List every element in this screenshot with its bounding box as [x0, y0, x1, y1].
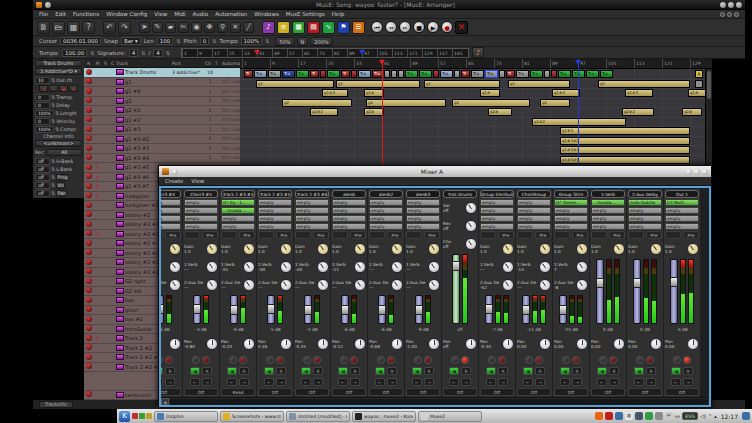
panic-button[interactable]: ✕ — [455, 21, 468, 34]
fader-handle[interactable] — [485, 304, 493, 314]
input-routing-button[interactable]: ← — [338, 378, 348, 386]
playhead-marker[interactable] — [254, 50, 260, 55]
arranger-part[interactable]: g1#3#2 — [560, 137, 690, 145]
arranger-part[interactable]: g2 — [540, 99, 570, 107]
new-file-icon[interactable]: 🗎 — [37, 21, 50, 34]
arranger-part[interactable] — [544, 70, 550, 78]
ti-transp-spinner[interactable]: ⇅ — [51, 95, 55, 99]
gain-knob[interactable] — [391, 243, 403, 255]
snap-select[interactable]: Bar ▾ — [121, 37, 141, 45]
ctl-hbank-value[interactable]: off — [35, 158, 50, 165]
pre-button[interactable]: Pre — [572, 231, 588, 239]
output-routing-button[interactable]: → — [239, 378, 249, 386]
notifier-icon[interactable] — [655, 412, 663, 420]
record-arm-button[interactable] — [84, 221, 93, 228]
send-knob[interactable] — [576, 279, 588, 291]
pan-knob[interactable] — [317, 338, 329, 350]
record-enable-button[interactable]: R — [165, 367, 175, 375]
pre-indicator[interactable] — [184, 231, 200, 239]
record-button[interactable]: ● — [441, 21, 453, 33]
arranger-part[interactable]: g1#4 — [552, 89, 580, 97]
track-channel[interactable]: 1 — [205, 98, 215, 103]
tempo-value[interactable]: 100.00 — [62, 49, 87, 57]
task-chrome[interactable]: Screenshots - www.mu... — [220, 411, 284, 422]
speaker-button[interactable]: ◀ — [449, 367, 459, 375]
pager-dot[interactable] — [139, 413, 145, 419]
zoom-200pct-button[interactable]: 200% — [310, 37, 332, 46]
pencil-tool-icon[interactable]: ✎ — [152, 22, 163, 33]
eraser-tool-icon[interactable]: ▰ — [165, 22, 176, 33]
arranger-part[interactable]: Tr — [461, 70, 470, 78]
ctl-vol-label[interactable]: Vol — [56, 182, 65, 189]
record-icon[interactable]: ⊲ — [39, 85, 48, 92]
menu-file[interactable]: File — [39, 11, 48, 17]
fader-handle[interactable] — [670, 277, 678, 287]
strip-name-button[interactable]: Group Strin — [554, 190, 588, 198]
fx-slot[interactable]: empty — [406, 207, 440, 214]
send-knob[interactable] — [206, 279, 218, 291]
loop-range-ruler[interactable]: 1917253341495765738189971051131211291371… — [181, 48, 469, 58]
input-routing-button[interactable]: ← — [412, 378, 422, 386]
fx-slot[interactable]: empty — [369, 207, 403, 214]
strip-name-button[interactable]: Trak Drums — [443, 190, 477, 198]
fx-slot[interactable]: empty — [161, 215, 181, 222]
record-enable-button[interactable]: R — [535, 367, 545, 375]
speaker-button[interactable]: ◀ — [338, 367, 348, 375]
files-icon[interactable] — [615, 412, 623, 420]
task-konsole[interactable]: wayoo : muse2 - Konsole — [352, 411, 416, 422]
arranger-part[interactable]: Tra — [485, 70, 498, 78]
muse-tray-icon[interactable] — [605, 412, 613, 420]
track-row[interactable]: g1 #410(2) visible — [84, 87, 240, 97]
arranger-part[interactable]: Tr — [506, 70, 515, 78]
strip-mute-button[interactable] — [303, 356, 311, 364]
strip-name-button[interactable]: Group ElecGuit — [480, 190, 514, 198]
strip-mute-button[interactable] — [161, 356, 163, 364]
arranger-part[interactable] — [391, 70, 397, 78]
record-enable-button[interactable]: R — [276, 367, 286, 375]
fx-slot[interactable]: empty — [628, 207, 662, 214]
strip-solo-button[interactable] — [461, 356, 469, 364]
automation-mode-button[interactable]: Off — [406, 388, 440, 396]
pianoroll-icon[interactable]: ♪ — [262, 21, 275, 34]
whatsthis-icon[interactable]: ? — [82, 21, 95, 34]
automation-mode-button[interactable]: Off — [258, 388, 292, 396]
fx-slot[interactable]: empty — [591, 207, 625, 214]
fx-slot[interactable]: empty — [591, 223, 625, 230]
fx-slot[interactable]: empty — [184, 223, 218, 230]
arranger-part[interactable]: g1 — [256, 80, 334, 88]
signature-numerator[interactable]: 4 — [129, 49, 139, 57]
arranger-part[interactable]: g1#3#3 — [560, 146, 690, 154]
output-routing-button[interactable]: → — [461, 378, 471, 386]
track-name-button[interactable]: Track Drums — [35, 60, 82, 67]
track-row[interactable]: g1 #3 #410(2) visible — [84, 154, 240, 164]
automation-mode-button[interactable]: Off — [480, 388, 514, 396]
midi-ctrl-knob[interactable] — [465, 202, 477, 214]
pre-indicator[interactable] — [665, 231, 681, 239]
speaker-button[interactable]: ◀ — [671, 367, 681, 375]
strip-name-button[interactable]: Track 2 #3 #4 — [221, 190, 255, 198]
strip-mute-button[interactable] — [414, 356, 422, 364]
arranger-part[interactable]: g2#2 — [622, 108, 654, 116]
gain-knob[interactable] — [354, 243, 366, 255]
battery-indicator[interactable]: 85% — [682, 412, 698, 420]
marker-icon[interactable]: ⚑ — [337, 21, 350, 34]
ctl-lbank-value[interactable]: off — [35, 166, 50, 173]
input-routing-button[interactable]: ← — [560, 378, 570, 386]
zoom-part-button[interactable] — [695, 80, 703, 88]
track-channel[interactable]: 1 — [205, 117, 215, 122]
record-arm-button[interactable] — [84, 287, 93, 294]
volume-fader[interactable] — [670, 259, 678, 324]
pan-knob[interactable] — [502, 338, 514, 350]
arranger-part[interactable]: Tr — [310, 70, 319, 78]
fx-slot[interactable]: empty — [332, 215, 366, 222]
track-channel[interactable]: 1 — [205, 127, 215, 132]
goto-start-button[interactable]: ⏮ — [371, 21, 383, 33]
output-routing-button[interactable]: → — [646, 378, 656, 386]
arranger-part[interactable] — [398, 70, 404, 78]
pre-indicator[interactable] — [554, 231, 570, 239]
record-enable-button[interactable]: R — [683, 367, 693, 375]
strip-name-button[interactable]: alenb3 — [406, 190, 440, 198]
arranger-part[interactable]: Tra — [440, 70, 453, 78]
strip-name-button[interactable]: 2:Aux Delay — [628, 190, 662, 198]
pan-knob[interactable] — [169, 338, 181, 350]
